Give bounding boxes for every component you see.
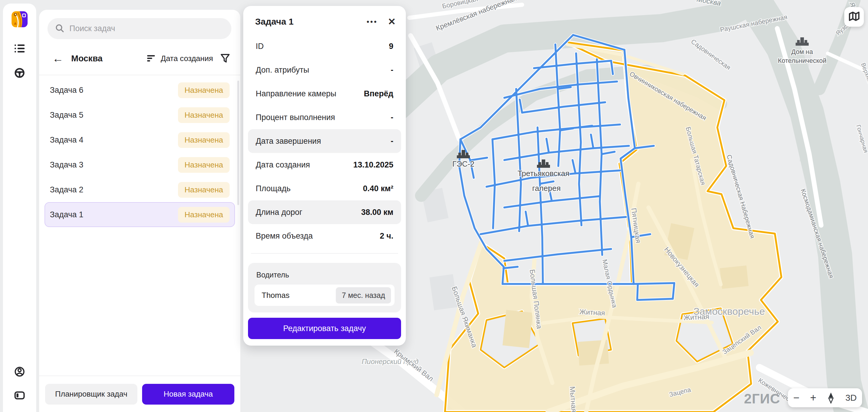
divider — [251, 253, 398, 254]
app-rail — [3, 4, 36, 412]
search-icon — [55, 24, 64, 34]
detail-row-label: Доп. атрибуты — [256, 66, 309, 75]
task-name: Задача 1 — [50, 210, 83, 219]
map-layers-button[interactable] — [844, 7, 864, 27]
map-label: ГЭС-2 — [453, 160, 475, 168]
city-header: ← Москва Дата создания — [52, 53, 229, 64]
map-control-bar: − + 3D — [788, 388, 862, 407]
driver-ago-badge: 7 мес. назад — [336, 287, 391, 304]
detail-row-label: Длина дорог — [256, 208, 302, 217]
toggle-3d-button[interactable]: 3D — [845, 393, 857, 402]
city-name: Москва — [71, 54, 103, 63]
task-detail-panel: Задача 1 ••• ✕ ID9Доп. атрибуты-Направле… — [243, 6, 406, 346]
detail-row: Длина дорог38.00 км — [248, 200, 401, 224]
map-label: Житная — [579, 308, 605, 317]
detail-row: Время объезда2 ч. — [248, 224, 401, 248]
filter-button[interactable] — [221, 54, 229, 63]
detail-row-value: - — [391, 66, 393, 75]
detail-row-label: Дата завершения — [256, 137, 321, 146]
detail-row: Доп. атрибуты- — [248, 58, 401, 82]
detail-row-label: Время объезда — [256, 232, 313, 241]
detail-row-value: Вперёд — [364, 89, 393, 98]
task-planner-button[interactable]: Планировщик задач — [45, 384, 137, 405]
panel-toggle-icon — [14, 390, 25, 401]
zoom-in-button[interactable]: + — [810, 392, 816, 403]
task-list-icon — [14, 44, 25, 54]
new-task-button[interactable]: Новая задача — [142, 384, 235, 405]
sidebar-item-panel-toggle[interactable] — [14, 390, 25, 401]
task-row[interactable]: Задача 3Назначена — [44, 152, 235, 177]
task-row[interactable]: Задача 2Назначена — [44, 177, 235, 202]
profile-icon — [14, 366, 25, 377]
edit-task-button[interactable]: Редактировать задачу — [248, 318, 401, 339]
detail-row: Направление камерыВперёд — [248, 82, 401, 105]
more-options-button[interactable]: ••• — [367, 18, 378, 26]
sidebar-item-profile[interactable] — [14, 366, 25, 377]
status-badge: Назначена — [178, 207, 229, 222]
sort-label: Дата создания — [161, 54, 213, 63]
app-logo[interactable] — [11, 11, 28, 27]
task-row[interactable]: Задача 4Назначена — [44, 128, 235, 152]
detail-row-label: Процент выполнения — [256, 113, 335, 122]
detail-row: Дата создания13.10.2025 — [248, 153, 401, 177]
zoom-out-button[interactable]: − — [793, 392, 800, 403]
detail-row-label: ID — [256, 42, 264, 51]
status-badge: Назначена — [178, 182, 229, 198]
task-row[interactable]: Задача 1Назначена — [44, 202, 235, 227]
compass-button[interactable] — [827, 392, 835, 404]
sidebar-item-drivers[interactable] — [14, 68, 25, 78]
status-badge: Назначена — [178, 107, 229, 123]
detail-row-value: 13.10.2025 — [353, 160, 393, 170]
detail-row: Процент выполнения- — [248, 105, 401, 129]
detail-row-value: 9 — [389, 42, 393, 51]
task-name: Задача 6 — [50, 85, 83, 95]
task-footer: Планировщик задач Новая задача — [39, 376, 240, 412]
driver-section: Водитель Thomas 7 мес. назад — [248, 263, 401, 312]
task-name: Задача 2 — [50, 185, 83, 195]
detail-row-label: Площадь — [256, 184, 291, 193]
detail-rows: ID9Доп. атрибуты-Направление камерыВперё… — [243, 34, 406, 248]
close-button[interactable]: ✕ — [388, 16, 396, 27]
compass-needle-icon — [827, 392, 835, 404]
detail-row-value: 38.00 км — [361, 208, 393, 217]
back-button[interactable]: ← — [52, 53, 63, 64]
detail-title: Задача 1 — [255, 16, 294, 27]
search-placeholder: Поиск задач — [69, 24, 115, 33]
driver-label: Водитель — [256, 271, 395, 279]
status-badge: Назначена — [178, 157, 229, 173]
task-row[interactable]: Задача 6Назначена — [44, 78, 235, 103]
map-label: Котельнической — [778, 57, 827, 64]
steering-wheel-icon — [14, 68, 25, 78]
detail-header: Задача 1 ••• ✕ — [243, 6, 406, 27]
scrollbar[interactable] — [237, 81, 239, 205]
detail-row-value: - — [391, 113, 393, 122]
detail-row: Площадь0.40 км² — [248, 177, 401, 200]
map-label: Третьяковская — [517, 169, 569, 178]
task-name: Задача 4 — [50, 135, 83, 145]
task-panel: Поиск задач ← Москва Дата создания Задач… — [39, 10, 240, 412]
detail-row-value: - — [391, 137, 393, 146]
sort-control[interactable]: Дата создания — [147, 54, 213, 63]
sort-icon — [147, 55, 156, 62]
driver-name: Thomas — [261, 291, 289, 300]
search-input[interactable]: Поиск задач — [48, 18, 231, 39]
detail-row-label: Дата создания — [256, 160, 310, 170]
map-attribution: 2ГИС — [744, 391, 780, 407]
task-name: Задача 3 — [50, 160, 83, 170]
detail-row-value: 2 ч. — [380, 232, 393, 241]
status-badge: Назначена — [178, 132, 229, 148]
detail-row: ID9 — [248, 34, 401, 58]
detail-row: Дата завершения- — [248, 129, 401, 153]
status-badge: Назначена — [178, 82, 229, 98]
map-label: галерея — [532, 184, 561, 193]
task-list: Задача 6НазначенаЗадача 5НазначенаЗадача… — [39, 78, 240, 376]
map-label: Житная — [683, 312, 709, 321]
detail-row-value: 0.40 км² — [363, 184, 393, 193]
sidebar-item-tasks[interactable] — [14, 43, 25, 54]
detail-row-label: Направление камеры — [256, 89, 336, 98]
driver-row[interactable]: Thomas 7 мес. назад — [254, 284, 395, 306]
filter-icon — [221, 54, 229, 63]
map-label: Дом на — [791, 48, 813, 56]
folded-map-icon — [847, 10, 861, 24]
task-row[interactable]: Задача 5Назначена — [44, 103, 235, 128]
